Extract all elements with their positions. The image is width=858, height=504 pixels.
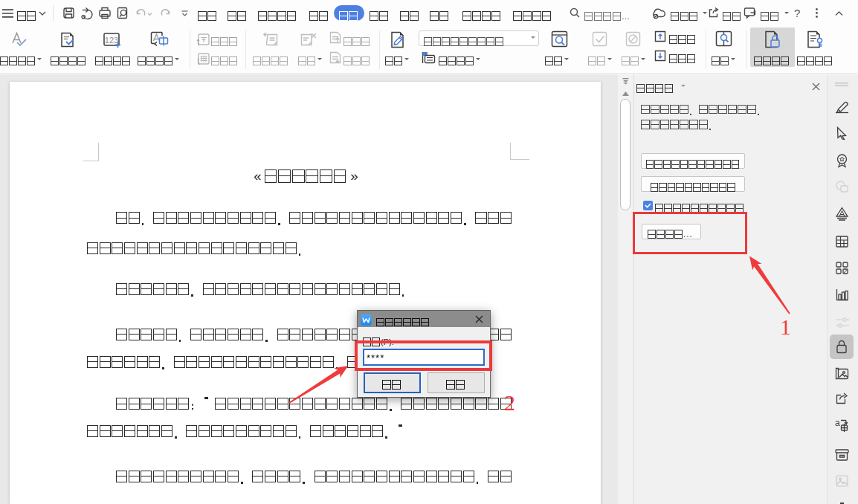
svg-text:123: 123 bbox=[105, 36, 118, 45]
svg-text:a: a bbox=[835, 418, 840, 428]
